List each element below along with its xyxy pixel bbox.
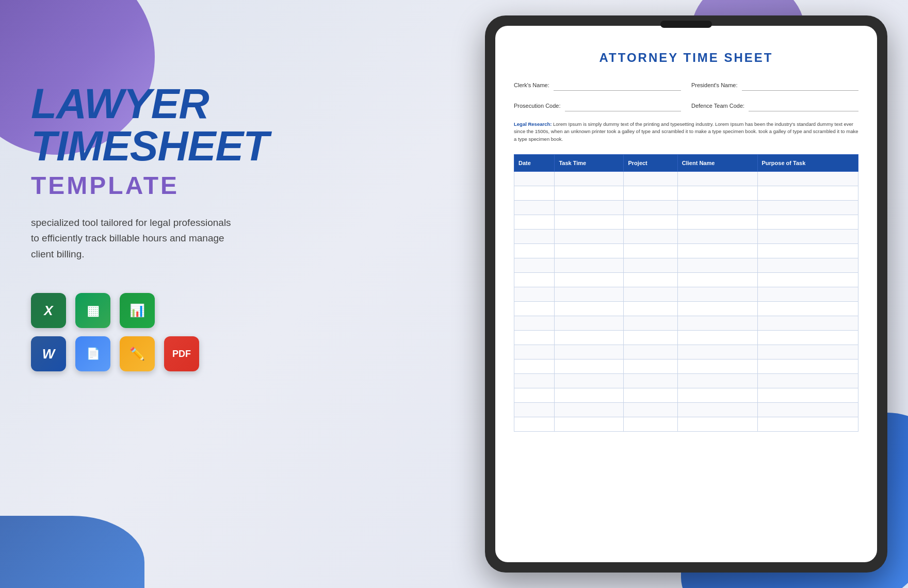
table-cell[interactable] bbox=[677, 200, 757, 215]
table-cell[interactable] bbox=[677, 215, 757, 229]
table-cell[interactable] bbox=[514, 186, 555, 200]
table-cell[interactable] bbox=[555, 229, 624, 243]
table-cell[interactable] bbox=[757, 258, 858, 272]
table-row[interactable] bbox=[514, 229, 858, 243]
table-row[interactable] bbox=[514, 215, 858, 229]
table-row[interactable] bbox=[514, 186, 858, 200]
table-row[interactable] bbox=[514, 330, 858, 345]
table-cell[interactable] bbox=[757, 272, 858, 287]
table-cell[interactable] bbox=[677, 316, 757, 330]
table-cell[interactable] bbox=[555, 417, 624, 431]
table-cell[interactable] bbox=[757, 316, 858, 330]
prosecution-code-input[interactable] bbox=[565, 100, 682, 111]
table-cell[interactable] bbox=[624, 200, 677, 215]
table-cell[interactable] bbox=[555, 186, 624, 200]
pages-icon[interactable]: ✏️ bbox=[120, 336, 155, 371]
table-row[interactable] bbox=[514, 243, 858, 258]
presidents-name-input[interactable] bbox=[742, 79, 858, 91]
table-cell[interactable] bbox=[677, 417, 757, 431]
table-cell[interactable] bbox=[555, 402, 624, 417]
table-row[interactable] bbox=[514, 402, 858, 417]
table-cell[interactable] bbox=[624, 272, 677, 287]
table-row[interactable] bbox=[514, 417, 858, 431]
table-cell[interactable] bbox=[514, 287, 555, 301]
table-cell[interactable] bbox=[757, 301, 858, 316]
table-cell[interactable] bbox=[624, 215, 677, 229]
table-cell[interactable] bbox=[677, 373, 757, 388]
table-cell[interactable] bbox=[677, 402, 757, 417]
table-cell[interactable] bbox=[677, 171, 757, 186]
table-cell[interactable] bbox=[757, 287, 858, 301]
table-cell[interactable] bbox=[624, 345, 677, 359]
table-cell[interactable] bbox=[514, 200, 555, 215]
table-cell[interactable] bbox=[624, 330, 677, 345]
table-cell[interactable] bbox=[555, 258, 624, 272]
table-cell[interactable] bbox=[555, 200, 624, 215]
table-cell[interactable] bbox=[677, 359, 757, 373]
table-cell[interactable] bbox=[514, 402, 555, 417]
table-row[interactable] bbox=[514, 272, 858, 287]
table-cell[interactable] bbox=[757, 345, 858, 359]
docs-icon[interactable]: 📄 bbox=[75, 336, 110, 371]
table-cell[interactable] bbox=[555, 287, 624, 301]
table-cell[interactable] bbox=[757, 200, 858, 215]
table-cell[interactable] bbox=[514, 301, 555, 316]
table-cell[interactable] bbox=[514, 373, 555, 388]
table-row[interactable] bbox=[514, 373, 858, 388]
table-cell[interactable] bbox=[677, 243, 757, 258]
table-cell[interactable] bbox=[514, 258, 555, 272]
table-cell[interactable] bbox=[757, 388, 858, 402]
table-cell[interactable] bbox=[514, 345, 555, 359]
sheets-icon[interactable]: ▦ bbox=[75, 293, 110, 328]
table-cell[interactable] bbox=[624, 373, 677, 388]
table-cell[interactable] bbox=[555, 330, 624, 345]
table-cell[interactable] bbox=[677, 388, 757, 402]
table-cell[interactable] bbox=[757, 373, 858, 388]
table-cell[interactable] bbox=[677, 258, 757, 272]
pdf-icon[interactable]: PDF bbox=[164, 336, 199, 371]
table-cell[interactable] bbox=[514, 215, 555, 229]
table-cell[interactable] bbox=[514, 171, 555, 186]
table-cell[interactable] bbox=[555, 345, 624, 359]
table-row[interactable] bbox=[514, 258, 858, 272]
table-cell[interactable] bbox=[677, 287, 757, 301]
table-cell[interactable] bbox=[555, 388, 624, 402]
excel-icon[interactable]: X bbox=[31, 293, 66, 328]
table-cell[interactable] bbox=[514, 388, 555, 402]
table-cell[interactable] bbox=[624, 417, 677, 431]
table-row[interactable] bbox=[514, 359, 858, 373]
table-cell[interactable] bbox=[624, 316, 677, 330]
table-cell[interactable] bbox=[757, 417, 858, 431]
table-cell[interactable] bbox=[624, 359, 677, 373]
table-cell[interactable] bbox=[624, 171, 677, 186]
table-cell[interactable] bbox=[757, 243, 858, 258]
table-cell[interactable] bbox=[677, 345, 757, 359]
table-cell[interactable] bbox=[677, 272, 757, 287]
table-cell[interactable] bbox=[514, 272, 555, 287]
table-cell[interactable] bbox=[624, 243, 677, 258]
table-cell[interactable] bbox=[555, 171, 624, 186]
table-cell[interactable] bbox=[514, 316, 555, 330]
table-cell[interactable] bbox=[555, 272, 624, 287]
table-cell[interactable] bbox=[757, 171, 858, 186]
numbers-icon[interactable]: 📊 bbox=[120, 293, 155, 328]
table-row[interactable] bbox=[514, 200, 858, 215]
table-cell[interactable] bbox=[757, 330, 858, 345]
table-cell[interactable] bbox=[514, 243, 555, 258]
table-cell[interactable] bbox=[677, 301, 757, 316]
table-cell[interactable] bbox=[555, 301, 624, 316]
table-cell[interactable] bbox=[555, 215, 624, 229]
table-cell[interactable] bbox=[677, 229, 757, 243]
table-cell[interactable] bbox=[624, 287, 677, 301]
table-row[interactable] bbox=[514, 171, 858, 186]
table-row[interactable] bbox=[514, 388, 858, 402]
table-cell[interactable] bbox=[514, 330, 555, 345]
table-cell[interactable] bbox=[555, 316, 624, 330]
table-cell[interactable] bbox=[757, 215, 858, 229]
table-cell[interactable] bbox=[624, 402, 677, 417]
table-cell[interactable] bbox=[757, 359, 858, 373]
table-cell[interactable] bbox=[624, 186, 677, 200]
word-icon[interactable]: W bbox=[31, 336, 66, 371]
table-cell[interactable] bbox=[555, 373, 624, 388]
defence-team-code-input[interactable] bbox=[749, 100, 858, 111]
